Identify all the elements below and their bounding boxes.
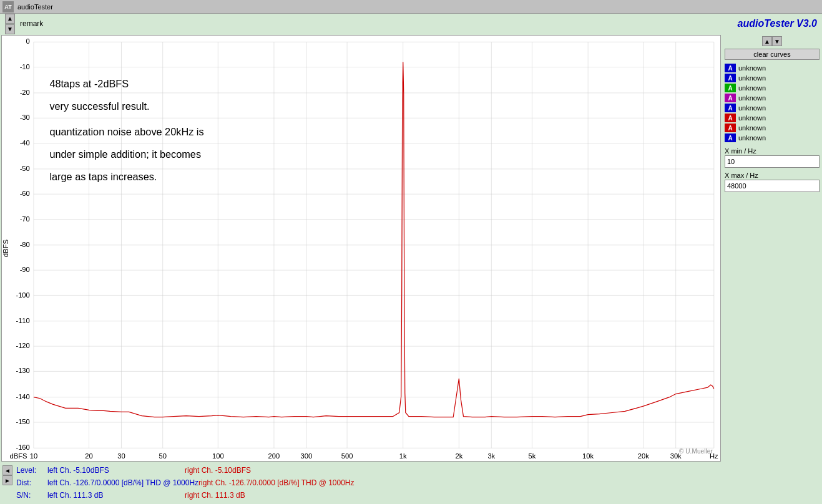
sidebar: ▲ ▼ clear curves A unknown A unknown A u… bbox=[722, 34, 822, 463]
annotation-line1: 48taps at -2dBFS bbox=[49, 78, 129, 89]
status-scroll-left[interactable]: ◄ bbox=[2, 465, 12, 475]
svg-text:50: 50 bbox=[159, 452, 166, 460]
clear-curves-button[interactable]: clear curves bbox=[725, 49, 820, 60]
chart-svg: 0 -10 -20 -30 -40 -50 -60 -70 -80 -90 -1… bbox=[2, 36, 720, 461]
sn-left-value: left Ch. 111.3 dB bbox=[47, 491, 185, 500]
svg-text:2k: 2k bbox=[455, 452, 462, 460]
svg-text:-50: -50 bbox=[20, 165, 30, 172]
curve-item-6: A unknown bbox=[725, 114, 820, 122]
svg-text:20: 20 bbox=[85, 452, 92, 460]
curve-item-8: A unknown bbox=[725, 133, 820, 142]
svg-text:-110: -110 bbox=[16, 317, 29, 324]
app-title: audioTester V3.0 bbox=[738, 18, 817, 29]
status-bar: ◄ ► Level: left Ch. -5.10dBFS right Ch. … bbox=[0, 463, 822, 504]
svg-text:-10: -10 bbox=[20, 63, 30, 70]
svg-text:-60: -60 bbox=[20, 190, 30, 197]
sidebar-scroll-down[interactable]: ▼ bbox=[772, 36, 782, 46]
curve-item-3: A unknown bbox=[725, 84, 820, 92]
svg-text:-140: -140 bbox=[16, 393, 29, 400]
titlebar-label: audioTester bbox=[17, 3, 53, 11]
svg-text:500: 500 bbox=[341, 452, 353, 460]
curve-item-5: A unknown bbox=[725, 104, 820, 112]
svg-text:300: 300 bbox=[301, 452, 313, 460]
svg-text:-20: -20 bbox=[20, 89, 30, 96]
curve-name-7: unknown bbox=[738, 124, 766, 132]
svg-text:10: 10 bbox=[30, 452, 37, 460]
svg-text:-90: -90 bbox=[20, 266, 30, 273]
svg-text:-130: -130 bbox=[16, 367, 29, 374]
curve-item-4: A unknown bbox=[725, 94, 820, 102]
svg-text:200: 200 bbox=[268, 452, 280, 460]
svg-text:-40: -40 bbox=[20, 139, 30, 147]
curve-name-5: unknown bbox=[738, 104, 766, 112]
xmin-section: X min / Hz bbox=[725, 147, 820, 168]
xmax-input[interactable] bbox=[725, 180, 820, 192]
svg-text:-100: -100 bbox=[16, 291, 29, 298]
status-scroll-right[interactable]: ► bbox=[2, 475, 12, 485]
svg-text:0: 0 bbox=[26, 37, 30, 45]
curve-badge-4: A bbox=[725, 94, 736, 102]
chart-area: 0 -10 -20 -30 -40 -50 -60 -70 -80 -90 -1… bbox=[1, 35, 721, 462]
sidebar-scroll-up[interactable]: ▲ bbox=[762, 36, 772, 46]
xmin-label: X min / Hz bbox=[725, 147, 820, 155]
xmin-input[interactable] bbox=[725, 155, 820, 168]
annotation-line4: under simple addition; it becomes bbox=[49, 148, 201, 160]
curve-name-1: unknown bbox=[738, 64, 766, 72]
svg-text:20k: 20k bbox=[638, 452, 649, 460]
dist-label: Dist: bbox=[16, 478, 47, 487]
scroll-down-btn[interactable]: ▼ bbox=[5, 24, 15, 34]
svg-text:-150: -150 bbox=[16, 418, 29, 425]
curve-badge-3: A bbox=[725, 84, 736, 92]
curve-name-2: unknown bbox=[738, 74, 766, 82]
curve-badge-2: A bbox=[725, 74, 736, 82]
level-right-value: right Ch. -5.10dBFS bbox=[185, 466, 251, 475]
app-icon: AT bbox=[2, 1, 14, 12]
curve-name-4: unknown bbox=[738, 94, 766, 102]
svg-text:30: 30 bbox=[117, 452, 125, 460]
xmax-section: X max / Hz bbox=[725, 172, 820, 192]
svg-text:© U.Mueller: © U.Mueller bbox=[679, 448, 713, 455]
curve-badge-6: A bbox=[725, 114, 736, 122]
status-rows: Level: left Ch. -5.10dBFS right Ch. -5.1… bbox=[16, 464, 355, 502]
sn-label: S/N: bbox=[16, 491, 47, 500]
svg-text:dBFS: dBFS bbox=[9, 452, 27, 460]
dist-left-value: left Ch. -126.7/0.0000 [dB/%] THD @ 1000… bbox=[47, 478, 198, 487]
curve-badge-8: A bbox=[725, 133, 736, 142]
level-left-value: left Ch. -5.10dBFS bbox=[47, 466, 185, 475]
annotation-line3: quantization noise above 20kHz is bbox=[49, 126, 203, 137]
svg-text:-160: -160 bbox=[16, 443, 29, 451]
svg-text:-120: -120 bbox=[16, 342, 29, 349]
svg-text:-80: -80 bbox=[20, 241, 30, 248]
svg-text:1k: 1k bbox=[399, 452, 407, 460]
dist-right-value: right Ch. -126.7/0.0000 [dB/%] THD @ 100… bbox=[198, 478, 354, 487]
svg-text:10k: 10k bbox=[582, 452, 594, 460]
svg-text:dBFS: dBFS bbox=[2, 240, 9, 257]
svg-text:100: 100 bbox=[212, 452, 224, 460]
titlebar: AT audioTester bbox=[0, 0, 822, 14]
curve-name-6: unknown bbox=[738, 114, 766, 122]
curve-name-3: unknown bbox=[738, 84, 766, 92]
svg-text:-30: -30 bbox=[20, 114, 30, 121]
curve-name-8: unknown bbox=[738, 134, 766, 142]
level-label: Level: bbox=[16, 466, 47, 475]
curve-item-1: A unknown bbox=[725, 64, 820, 72]
remark-label: remark bbox=[20, 19, 43, 28]
curve-badge-1: A bbox=[725, 64, 736, 72]
sn-right-value: right Ch. 111.3 dB bbox=[185, 491, 245, 500]
svg-text:-70: -70 bbox=[20, 215, 30, 223]
curve-badge-7: A bbox=[725, 124, 736, 132]
xmax-label: X max / Hz bbox=[725, 172, 820, 179]
annotation-line5: large as taps increases. bbox=[49, 171, 157, 182]
annotation-line2: very successful result. bbox=[49, 100, 149, 112]
svg-text:3k: 3k bbox=[487, 452, 495, 460]
curve-badge-5: A bbox=[725, 104, 736, 112]
curve-list: A unknown A unknown A unknown A unknown … bbox=[725, 64, 820, 143]
curve-item-2: A unknown bbox=[725, 74, 820, 82]
curve-item-7: A unknown bbox=[725, 124, 820, 132]
svg-text:5k: 5k bbox=[529, 452, 536, 460]
scroll-up-btn[interactable]: ▲ bbox=[5, 14, 15, 24]
